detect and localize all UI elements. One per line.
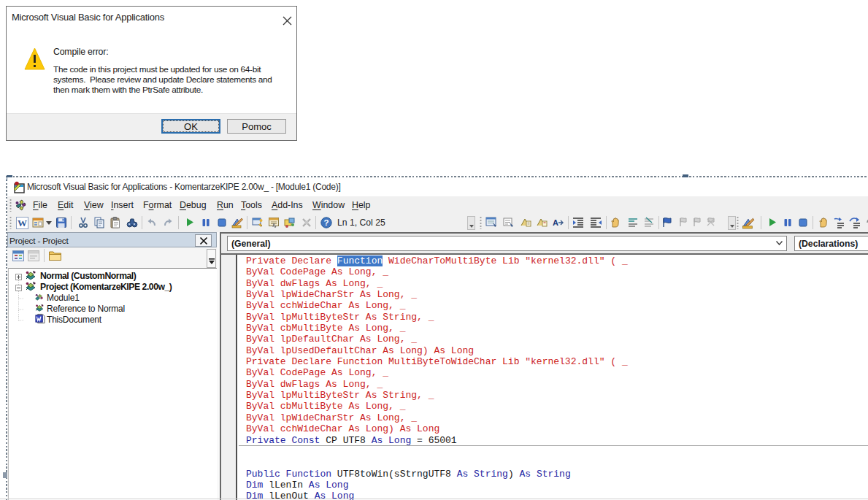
- svg-text:W: W: [18, 218, 27, 228]
- svg-text:A: A: [553, 218, 558, 227]
- svg-text:?: ?: [323, 218, 329, 227]
